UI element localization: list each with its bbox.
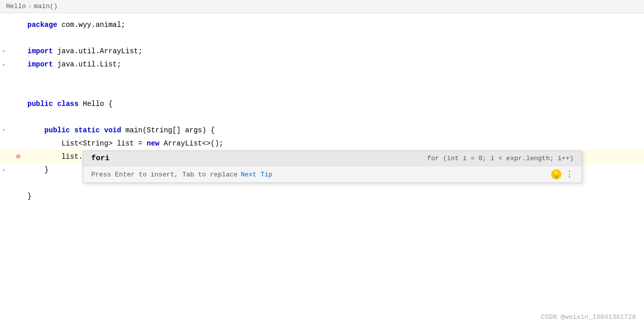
breadcrumb: Hello › main() bbox=[0, 0, 644, 13]
fold-icon[interactable]: ▾ bbox=[2, 124, 6, 137]
more-options-icon[interactable]: ⋮ bbox=[565, 169, 574, 179]
code-text bbox=[25, 31, 634, 45]
editor-area: Hello › main() package com.wyy.animal; ▾… bbox=[0, 0, 644, 327]
code-line: ▴ import java.util.List; bbox=[0, 58, 644, 71]
breadcrumb-hello: Hello bbox=[6, 3, 26, 10]
autocomplete-description: for (int i = 0; i < expr.length; i++) bbox=[427, 155, 574, 162]
code-text: import java.util.List; bbox=[25, 58, 634, 71]
hint-icons: 💡 ⋮ bbox=[551, 169, 574, 179]
gutter: ⊘ bbox=[0, 150, 25, 163]
code-line: package com.wyy.animal; bbox=[0, 18, 644, 31]
code-line bbox=[0, 84, 644, 97]
breadcrumb-main: main() bbox=[34, 3, 58, 10]
fold-icon[interactable]: ▾ bbox=[2, 45, 6, 58]
code-line: List<String> list = new ArrayList<>(); bbox=[0, 137, 644, 150]
watermark-text: CSDN @weixin_18041361728 bbox=[541, 313, 636, 321]
hint-text: Press Enter to insert, Tab to replace bbox=[91, 171, 238, 178]
autocomplete-item[interactable]: fori for (int i = 0; i < expr.length; i+… bbox=[83, 151, 582, 166]
bulb-icon[interactable]: 💡 bbox=[551, 169, 561, 179]
code-text bbox=[25, 84, 634, 97]
breadcrumb-separator: › bbox=[28, 3, 32, 10]
code-line bbox=[0, 71, 644, 84]
code-line bbox=[0, 111, 644, 124]
code-line: public class Hello { bbox=[0, 97, 644, 111]
error-icon: ⊘ bbox=[16, 150, 20, 163]
code-line: ▾ public static void main(String[] args)… bbox=[0, 124, 644, 137]
code-text: import java.util.ArrayList; bbox=[25, 45, 634, 58]
fold-icon[interactable]: ▴ bbox=[2, 163, 6, 176]
code-line: } bbox=[0, 190, 644, 203]
code-text: public static void main(String[] args) { bbox=[25, 124, 634, 137]
code-line bbox=[0, 31, 644, 45]
code-text: } bbox=[25, 190, 634, 203]
next-tip-button[interactable]: Next Tip bbox=[241, 171, 272, 178]
autocomplete-popup: fori for (int i = 0; i < expr.length; i+… bbox=[83, 151, 582, 183]
fold-icon[interactable]: ▴ bbox=[2, 58, 6, 71]
code-text bbox=[25, 71, 634, 84]
code-text: List<String> list = new ArrayList<>(); bbox=[25, 137, 634, 150]
code-line: ▾ import java.util.ArrayList; bbox=[0, 45, 644, 58]
code-text bbox=[25, 111, 634, 124]
autocomplete-hint: Press Enter to insert, Tab to replace Ne… bbox=[83, 166, 582, 183]
autocomplete-label: fori bbox=[91, 154, 132, 163]
watermark: CSDN @weixin_18041361728 bbox=[541, 313, 636, 321]
code-text: public class Hello { bbox=[25, 97, 634, 111]
code-text: package com.wyy.animal; bbox=[25, 18, 634, 31]
